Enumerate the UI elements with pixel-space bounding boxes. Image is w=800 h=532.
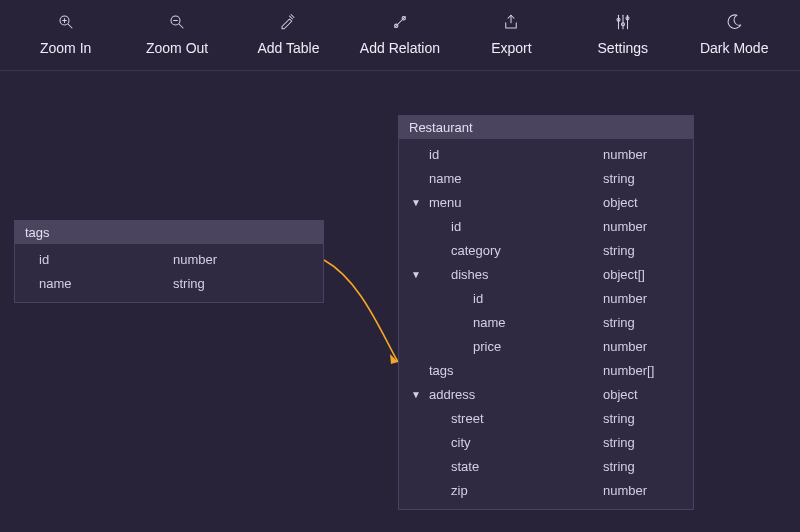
zoom-out-button[interactable]: Zoom Out [137,12,217,56]
relation-arrowhead [390,354,398,364]
add-table-label: Add Table [257,40,319,56]
field-type: object[] [603,265,683,285]
table-tags-rows: id number name string [15,244,323,302]
relation-tags-to-restaurant [324,260,398,362]
field-row[interactable]: idnumber [399,287,693,311]
field-name: category [423,241,603,261]
settings-label: Settings [598,40,649,56]
field-type: number [173,250,313,270]
zoom-in-button[interactable]: Zoom In [26,12,106,56]
field-row[interactable]: citystring [399,431,693,455]
zoom-out-icon [167,12,187,32]
svg-line-5 [179,24,183,28]
field-name: id [423,145,603,165]
dark-mode-label: Dark Mode [700,40,768,56]
field-row[interactable]: statestring [399,455,693,479]
field-row[interactable]: idnumber [399,215,693,239]
field-name: price [423,337,603,357]
field-row[interactable]: ▼addressobject [399,383,693,407]
field-type: string [603,313,683,333]
field-type: number [603,481,683,501]
field-name: tags [423,361,603,381]
table-restaurant-title: Restaurant [409,120,473,135]
svg-line-1 [68,24,72,28]
field-name: name [423,313,603,333]
field-row[interactable]: namestring [399,311,693,335]
field-type: string [603,457,683,477]
collapse-icon[interactable]: ▼ [409,193,423,213]
field-name: name [39,274,173,294]
settings-button[interactable]: Settings [583,12,663,56]
field-row[interactable]: pricenumber [399,335,693,359]
field-name: name [423,169,603,189]
moon-icon [724,12,744,32]
settings-icon [613,12,633,32]
field-row[interactable]: categorystring [399,239,693,263]
field-type: string [173,274,313,294]
field-row[interactable]: id number [15,248,323,272]
field-name: id [423,217,603,237]
field-row[interactable]: ▼dishesobject[] [399,263,693,287]
field-type: number [603,145,683,165]
field-name: menu [423,193,603,213]
collapse-icon[interactable]: ▼ [409,265,423,285]
zoom-in-icon [56,12,76,32]
add-table-button[interactable]: Add Table [248,12,328,56]
field-name: id [423,289,603,309]
add-table-icon [278,12,298,32]
field-type: number [603,289,683,309]
field-name: address [423,385,603,405]
add-relation-button[interactable]: Add Relation [360,12,440,56]
table-restaurant[interactable]: Restaurant idnumbernamestring▼menuobject… [398,115,694,510]
field-type: object [603,193,683,213]
field-name: street [423,409,603,429]
field-type: object [603,385,683,405]
field-type: string [603,241,683,261]
zoom-in-label: Zoom In [40,40,91,56]
field-type: string [603,433,683,453]
table-restaurant-rows: idnumbernamestring▼menuobjectidnumbercat… [399,139,693,509]
field-name: dishes [423,265,603,285]
field-name: zip [423,481,603,501]
dark-mode-button[interactable]: Dark Mode [694,12,774,56]
field-name: city [423,433,603,453]
svg-line-7 [395,17,406,28]
field-type: number [603,337,683,357]
field-name: state [423,457,603,477]
field-row[interactable]: tagsnumber[] [399,359,693,383]
add-relation-icon [390,12,410,32]
table-tags[interactable]: tags id number name string [14,220,324,303]
diagram-canvas[interactable]: tags id number name string Restaurant id… [0,70,800,532]
field-row[interactable]: name string [15,272,323,296]
table-restaurant-header[interactable]: Restaurant [399,116,693,139]
add-relation-label: Add Relation [360,40,440,56]
table-tags-title: tags [25,225,50,240]
toolbar: Zoom In Zoom Out Add Table Add Relation … [0,0,800,71]
field-type: string [603,409,683,429]
zoom-out-label: Zoom Out [146,40,208,56]
export-label: Export [491,40,531,56]
field-name: id [39,250,173,270]
field-type: number[] [603,361,683,381]
field-row[interactable]: idnumber [399,143,693,167]
field-type: string [603,169,683,189]
field-row[interactable]: namestring [399,167,693,191]
field-row[interactable]: streetstring [399,407,693,431]
collapse-icon[interactable]: ▼ [409,385,423,405]
export-button[interactable]: Export [471,12,551,56]
export-icon [501,12,521,32]
field-type: number [603,217,683,237]
field-row[interactable]: ▼menuobject [399,191,693,215]
field-row[interactable]: zipnumber [399,479,693,503]
table-tags-header[interactable]: tags [15,221,323,244]
